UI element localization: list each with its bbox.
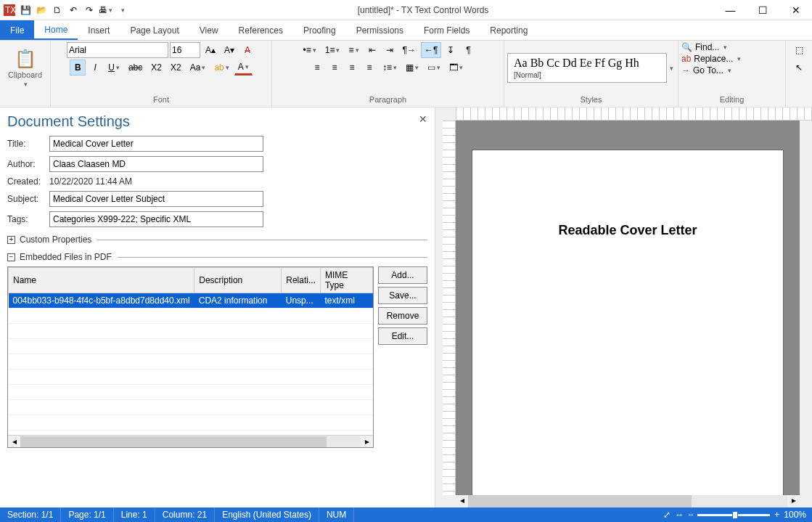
scroll-right-icon[interactable]: ▸: [361, 436, 373, 446]
input-title[interactable]: [49, 136, 263, 152]
tab-permissions[interactable]: Permissions: [346, 20, 414, 40]
tab-references[interactable]: References: [229, 20, 293, 40]
remove-button[interactable]: Remove: [378, 307, 427, 325]
document-page[interactable]: Readable Cover Letter: [472, 150, 784, 495]
input-author[interactable]: [49, 156, 263, 172]
status-num[interactable]: NUM: [319, 507, 354, 522]
sort-button[interactable]: ↧: [443, 42, 459, 58]
undo-icon[interactable]: ↶: [67, 4, 80, 17]
align-left-button[interactable]: ≡: [309, 60, 325, 76]
table-row[interactable]: [9, 400, 373, 415]
replace-button[interactable]: abReplace...▾: [681, 54, 741, 64]
zoom-fit-icon[interactable]: ⤢: [663, 510, 670, 520]
scroll-left-icon[interactable]: ◂: [456, 495, 468, 507]
open-icon[interactable]: 📂: [35, 4, 48, 17]
change-case-button[interactable]: Aa▾: [186, 60, 210, 76]
panel-close-button[interactable]: ✕: [419, 113, 427, 125]
paste-icon[interactable]: 📋: [15, 49, 36, 69]
table-row[interactable]: [9, 385, 373, 400]
table-row[interactable]: [9, 415, 373, 431]
font-color-button[interactable]: A▾: [234, 60, 253, 76]
pilcrow-button[interactable]: ¶: [460, 42, 476, 58]
tab-file[interactable]: File: [0, 20, 34, 40]
save-icon[interactable]: 💾: [19, 4, 32, 17]
section-embedded-files[interactable]: − Embedded Files in PDF: [7, 252, 427, 262]
tab-page-layout[interactable]: Page Layout: [120, 20, 189, 40]
horizontal-scrollbar[interactable]: ◂ ▸: [456, 495, 800, 507]
scroll-left-icon[interactable]: ◂: [8, 436, 20, 446]
subscript-button[interactable]: X2: [147, 60, 165, 76]
number-list-button[interactable]: 1≡▾: [321, 42, 344, 58]
table-row[interactable]: [9, 309, 373, 324]
tab-insert[interactable]: Insert: [78, 20, 120, 40]
goto-button[interactable]: →Go To...▾: [681, 65, 731, 76]
scroll-right-icon[interactable]: ▸: [787, 495, 800, 507]
table-row[interactable]: 004bb033-b948-4f4c-b5bf-a8dbd7d8dd40.xml…: [9, 293, 373, 309]
ltr-button[interactable]: ¶→: [399, 42, 419, 58]
clipboard-more-icon[interactable]: ▾: [24, 81, 28, 88]
font-name-combo[interactable]: [67, 42, 168, 58]
justify-button[interactable]: ≡: [361, 60, 377, 76]
print-icon[interactable]: 🖶▾: [99, 4, 112, 17]
col-description[interactable]: Description: [194, 268, 282, 293]
decrease-indent-button[interactable]: ⇤: [364, 42, 380, 58]
add-button[interactable]: Add...: [378, 266, 427, 284]
select-icon[interactable]: ⬚: [791, 42, 807, 58]
status-column[interactable]: Column: 21: [155, 507, 215, 522]
borders-button[interactable]: ▭▾: [424, 60, 444, 76]
redo-icon[interactable]: ↷: [83, 4, 96, 17]
section-custom-properties[interactable]: + Custom Properties: [7, 235, 427, 245]
col-name[interactable]: Name: [9, 268, 194, 293]
tab-home[interactable]: Home: [34, 20, 78, 40]
col-mime[interactable]: MIME Type: [320, 268, 372, 293]
bold-button[interactable]: B: [70, 60, 86, 76]
style-preview[interactable]: Aa Bb Cc Dd Ee Ff Gg Hh [Normal]: [507, 53, 667, 83]
zoom-slider[interactable]: [697, 514, 770, 516]
bullet-list-button[interactable]: •≡▾: [300, 42, 320, 58]
vertical-ruler[interactable]: [443, 121, 456, 495]
horizontal-ruler[interactable]: [456, 107, 812, 121]
input-tags[interactable]: [49, 211, 263, 227]
save-button[interactable]: Save...: [378, 287, 427, 304]
status-line[interactable]: Line: 1: [114, 507, 155, 522]
structured-list-button[interactable]: ≡▾: [345, 42, 362, 58]
new-icon[interactable]: 🗋: [51, 4, 64, 17]
clear-format-icon[interactable]: A̶: [239, 42, 255, 58]
align-center-button[interactable]: ≡: [327, 60, 343, 76]
superscript-button[interactable]: X2: [167, 60, 185, 76]
table-row[interactable]: [9, 354, 373, 370]
zoom-width-icon[interactable]: ↔: [675, 510, 684, 520]
minimize-button[interactable]: —: [714, 0, 747, 20]
increase-indent-button[interactable]: ⇥: [382, 42, 398, 58]
zoom-out-button[interactable]: −: [688, 510, 693, 520]
table-row[interactable]: [9, 324, 373, 339]
status-language[interactable]: English (United States): [215, 507, 319, 522]
col-relationship[interactable]: Relati...: [282, 268, 321, 293]
italic-button[interactable]: I: [87, 60, 103, 76]
underline-button[interactable]: U▾: [104, 60, 123, 76]
embedded-files-grid[interactable]: Name Description Relati... MIME Type 004…: [7, 266, 374, 448]
tab-reporting[interactable]: Reporting: [480, 20, 538, 40]
qat-more-icon[interactable]: ▾: [116, 4, 129, 17]
styles-more-icon[interactable]: ▾: [670, 65, 673, 72]
table-row[interactable]: [9, 339, 373, 354]
align-right-button[interactable]: ≡: [344, 60, 360, 76]
shading-button[interactable]: ▦▾: [402, 60, 422, 76]
cursor-icon[interactable]: ↖: [791, 60, 807, 76]
shrink-font-icon[interactable]: A▾: [221, 42, 238, 58]
rtl-button[interactable]: ←¶: [421, 42, 441, 58]
input-subject[interactable]: [49, 191, 263, 207]
tab-view[interactable]: View: [189, 20, 229, 40]
font-size-combo[interactable]: [170, 42, 200, 58]
vertical-scrollbar[interactable]: [800, 121, 812, 495]
status-page[interactable]: Page: 1/1: [61, 507, 113, 522]
strike-button[interactable]: abc: [125, 60, 146, 76]
tab-proofing[interactable]: Proofing: [293, 20, 346, 40]
tab-form-fields[interactable]: Form Fields: [414, 20, 480, 40]
zoom-level[interactable]: 100%: [784, 510, 806, 520]
grid-horizontal-scrollbar[interactable]: ◂ ▸: [8, 435, 373, 447]
edit-button[interactable]: Edit...: [378, 327, 427, 345]
document-scroll-area[interactable]: Readable Cover Letter: [456, 121, 800, 495]
status-section[interactable]: Section: 1/1: [0, 507, 61, 522]
find-button[interactable]: 🔍Find...▾: [681, 42, 727, 52]
